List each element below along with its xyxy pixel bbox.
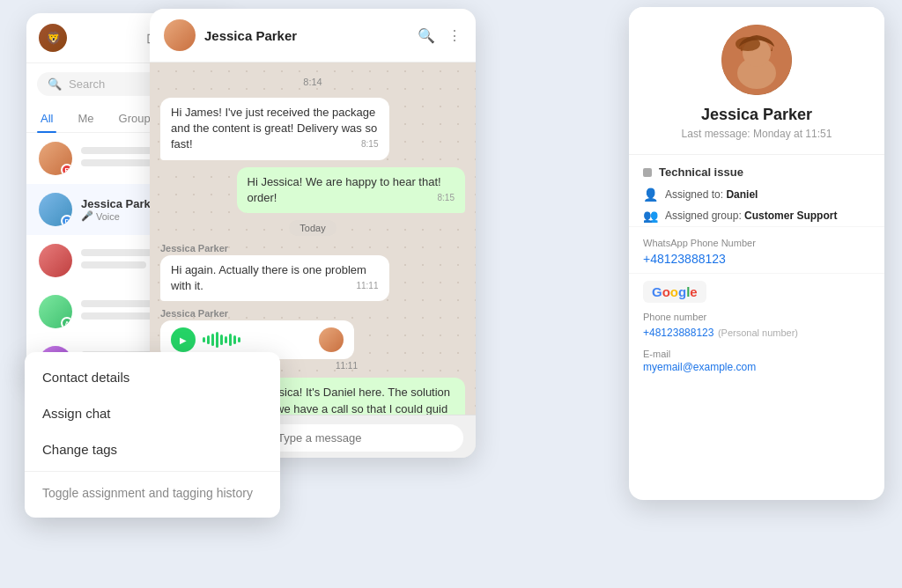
email-value[interactable]: myemail@example.com — [643, 361, 870, 373]
badge: R — [61, 164, 72, 175]
audio-waveform — [203, 331, 312, 349]
date-divider: Today — [289, 220, 336, 236]
search-chat-icon[interactable]: 🔍 — [418, 27, 435, 44]
phone-label: Phone number — [643, 312, 870, 322]
assigned-to-label: Assigned to: Daniel — [665, 188, 758, 201]
message-time: 8:15 — [361, 138, 378, 151]
wave-bar — [229, 334, 232, 346]
wave-bar — [203, 337, 205, 342]
message-input[interactable] — [265, 424, 463, 452]
sender-name: Jessica Parker — [160, 308, 465, 319]
message-time: 11:11 — [356, 280, 378, 292]
audio-time: 11:11 — [336, 361, 358, 371]
chat-header: Jessica Parker 🔍 ⋮ — [150, 9, 476, 62]
audio-avatar — [319, 327, 344, 352]
google-badge: Google — [643, 281, 706, 303]
whatsapp-section: WhatsApp Phone Number +48123888123 — [629, 226, 884, 273]
named-message: Jessica Parker Hi again. Actually there … — [160, 243, 465, 301]
assigned-group-row: 👥 Assigned group: Customer Support — [629, 205, 884, 226]
profile-name: Jessica Parker — [647, 106, 867, 124]
chat-avatar — [164, 19, 196, 51]
avatar: D — [39, 193, 72, 226]
chat-contact-name: Jessica Parker — [204, 28, 297, 43]
whatsapp-label: WhatsApp Phone Number — [643, 238, 870, 248]
message-text: Hi again. Actually there is one problem … — [171, 263, 366, 292]
assigned-to-value: Daniel — [726, 188, 758, 201]
dropdown-divider — [25, 471, 280, 472]
issue-label: Technical issue — [629, 155, 884, 184]
avatar: R — [39, 142, 72, 175]
mic-icon: 🎤 — [81, 210, 93, 222]
email-label: E-mail — [643, 349, 870, 359]
tab-all[interactable]: All — [37, 105, 56, 132]
wave-bar — [207, 335, 210, 344]
google-section: Google Phone number +48123888123 (Person… — [629, 273, 884, 389]
message-bubble: Hi James! I've just received the package… — [160, 98, 389, 160]
message-text: Hi James! I've just received the package… — [171, 106, 377, 151]
wave-bar — [233, 335, 236, 344]
right-panel: Jessica Parker Last message: Monday at 1… — [629, 7, 884, 500]
chat-header-icons: 🔍 ⋮ — [418, 27, 462, 44]
whatsapp-number[interactable]: +48123888123 — [643, 252, 870, 266]
tab-group[interactable]: Group — [115, 105, 154, 132]
play-button[interactable]: ▶ — [171, 327, 196, 352]
badge: D — [61, 215, 72, 226]
phone-value[interactable]: +48123888123 — [643, 327, 713, 339]
wave-bar — [225, 336, 227, 343]
wave-bar — [211, 334, 214, 346]
profile-last-message: Last message: Monday at 11:51 — [647, 128, 867, 140]
avatar: A — [39, 295, 72, 328]
wave-bar — [216, 332, 218, 348]
message-timestamp: 8:14 — [160, 77, 465, 87]
search-placeholder: Search — [69, 77, 105, 91]
assigned-group-value: Customer Support — [744, 209, 837, 222]
more-chat-icon[interactable]: ⋮ — [447, 27, 462, 44]
dropdown-item-change-tags[interactable]: Change tags — [25, 431, 280, 467]
assigned-to-row: 👤 Assigned to: Daniel — [629, 184, 884, 205]
message-time: 8:15 — [438, 192, 455, 204]
assigned-group-label: Assigned group: Customer Support — [665, 209, 837, 222]
phone-detail: Phone number +48123888123 (Personal numb… — [643, 312, 870, 340]
contact-type: Voice — [96, 211, 120, 222]
wave-bar — [220, 334, 223, 345]
person-icon: 👤 — [643, 187, 658, 202]
dropdown-item-assign-chat[interactable]: Assign chat — [25, 395, 280, 431]
issue-dot — [643, 168, 652, 177]
message-text: Hi Jessica! We are happy to hear that! o… — [248, 175, 441, 204]
email-detail: E-mail myemail@example.com — [643, 349, 870, 373]
message-bubble: Hi again. Actually there is one problem … — [160, 255, 389, 301]
wave-bar — [238, 337, 240, 342]
group-icon: 👥 — [643, 209, 658, 223]
dropdown-item-toggle-history[interactable]: Toggle assignment and tagging history — [25, 475, 280, 511]
app-logo: 🦁 — [39, 24, 67, 52]
dropdown-item-contact-details[interactable]: Contact details — [25, 359, 280, 395]
tab-me[interactable]: Me — [74, 105, 97, 132]
issue-text: Technical issue — [659, 165, 743, 179]
dropdown-menu: Contact details Assign chat Change tags … — [25, 352, 280, 518]
sender-name: Jessica Parker — [160, 243, 465, 254]
message-bubble: Hi Jessica! We are happy to hear that! o… — [237, 167, 466, 213]
badge: A — [61, 317, 72, 328]
phone-value-row: +48123888123 (Personal number) — [643, 324, 870, 340]
avatar — [39, 244, 72, 277]
google-icon: Google — [652, 284, 698, 299]
phone-sub: (Personal number) — [718, 327, 798, 338]
profile-avatar-image — [721, 25, 792, 95]
profile-section: Jessica Parker Last message: Monday at 1… — [629, 7, 884, 155]
profile-avatar — [721, 25, 792, 95]
chat-header-left: Jessica Parker — [164, 19, 297, 51]
search-icon: 🔍 — [48, 77, 62, 91]
